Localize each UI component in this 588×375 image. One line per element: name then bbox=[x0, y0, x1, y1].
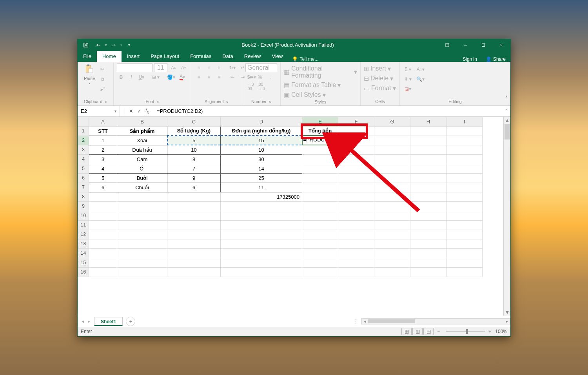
cancel-formula[interactable]: ✕ bbox=[129, 108, 133, 114]
redo-button[interactable] bbox=[108, 39, 120, 51]
cell-F12[interactable] bbox=[338, 230, 374, 239]
cell-G13[interactable] bbox=[374, 239, 410, 248]
formula-input[interactable]: =PRODUCT(C2:D2) bbox=[154, 108, 503, 114]
col-header-H[interactable]: H bbox=[410, 117, 446, 126]
col-header-D[interactable]: D bbox=[221, 117, 302, 126]
increase-font[interactable]: A▴ bbox=[169, 63, 178, 72]
orientation[interactable]: ↻▾ bbox=[228, 63, 237, 72]
sort-filter[interactable]: A↓▾ bbox=[415, 65, 426, 74]
font-size[interactable]: 11 bbox=[154, 63, 167, 72]
cell-C2[interactable]: 5 bbox=[167, 136, 221, 145]
row-header-11[interactable]: 11 bbox=[78, 220, 89, 230]
sheet-nav[interactable]: ◂▸ bbox=[78, 319, 94, 324]
format-as-table[interactable]: ▤ Format as Table ▾ bbox=[284, 82, 357, 89]
cell-B3[interactable]: Dưa hấu bbox=[117, 145, 167, 154]
worksheet-grid[interactable]: ABCDEFGHI1STTSản phẩmSố lượng (Kg)Đơn gi… bbox=[78, 117, 510, 316]
bold-button[interactable]: B bbox=[117, 73, 125, 82]
number-format[interactable]: General bbox=[245, 63, 277, 72]
cell-I16[interactable] bbox=[446, 267, 483, 277]
cell-B8[interactable] bbox=[117, 192, 167, 201]
sheet-tab-1[interactable]: Sheet1 bbox=[94, 317, 123, 326]
cell-H12[interactable] bbox=[410, 230, 446, 239]
fill-color-button[interactable]: 🪣▾ bbox=[166, 73, 176, 82]
cell-B16[interactable] bbox=[117, 267, 167, 277]
cell-D11[interactable] bbox=[221, 220, 302, 230]
page-break-view[interactable]: ▤ bbox=[423, 328, 434, 335]
cell-E16[interactable] bbox=[302, 267, 338, 277]
cell-G1[interactable] bbox=[374, 126, 410, 136]
row-header-5[interactable]: 5 bbox=[78, 164, 89, 173]
collapse-ribbon[interactable]: ˄ bbox=[505, 96, 508, 103]
cell-D15[interactable] bbox=[221, 258, 302, 267]
cell-H8[interactable] bbox=[410, 192, 446, 201]
comma-style[interactable]: , bbox=[266, 73, 274, 82]
cell-A4[interactable]: 3 bbox=[89, 154, 117, 164]
cell-H3[interactable] bbox=[410, 145, 446, 154]
cell-C14[interactable] bbox=[167, 248, 221, 258]
cell-H4[interactable] bbox=[410, 154, 446, 164]
row-header-1[interactable]: 1 bbox=[78, 126, 89, 136]
cell-G10[interactable] bbox=[374, 211, 410, 220]
cell-I6[interactable] bbox=[446, 173, 483, 183]
percent[interactable]: % bbox=[256, 73, 264, 82]
conditional-formatting[interactable]: ▦ Conditional Formatting ▾ bbox=[284, 65, 357, 79]
cell-G8[interactable] bbox=[374, 192, 410, 201]
tab-split-handle[interactable]: ⋮ bbox=[350, 319, 361, 324]
cell-I2[interactable] bbox=[446, 136, 483, 145]
decrease-font[interactable]: A▾ bbox=[179, 63, 188, 72]
clear-button[interactable]: ◪ ▾ bbox=[403, 85, 413, 93]
cell-A2[interactable]: 1 bbox=[89, 136, 117, 145]
cell-B4[interactable]: Cam bbox=[117, 154, 167, 164]
cell-H13[interactable] bbox=[410, 239, 446, 248]
cell-H15[interactable] bbox=[410, 258, 446, 267]
cell-D12[interactable] bbox=[221, 230, 302, 239]
cell-F4[interactable] bbox=[338, 154, 374, 164]
cell-A14[interactable] bbox=[89, 248, 117, 258]
cell-A15[interactable] bbox=[89, 258, 117, 267]
cell-A16[interactable] bbox=[89, 267, 117, 277]
cell-G9[interactable] bbox=[374, 201, 410, 211]
row-header-6[interactable]: 6 bbox=[78, 173, 89, 183]
ribbon-display-options[interactable] bbox=[438, 39, 456, 51]
cell-B1[interactable]: Sản phẩm bbox=[117, 126, 167, 136]
cell-A11[interactable] bbox=[89, 220, 117, 230]
tab-home[interactable]: Home bbox=[97, 51, 122, 62]
cell-C6[interactable]: 9 bbox=[167, 173, 221, 183]
col-header-G[interactable]: G bbox=[374, 117, 410, 126]
cell-H10[interactable] bbox=[410, 211, 446, 220]
zoom-out[interactable]: − bbox=[437, 329, 440, 334]
fill-button[interactable]: ⬇ ▾ bbox=[403, 75, 413, 83]
name-box[interactable]: E2▾ bbox=[78, 106, 120, 116]
expand-formula-bar[interactable]: ˅ bbox=[503, 108, 510, 114]
row-header-13[interactable]: 13 bbox=[78, 239, 89, 248]
cell-B12[interactable] bbox=[117, 230, 167, 239]
cell-A3[interactable]: 2 bbox=[89, 145, 117, 154]
cell-D8[interactable]: 17325000 bbox=[221, 192, 302, 201]
decrease-decimal[interactable]: .00→.0 bbox=[256, 82, 266, 91]
align-bottom[interactable]: ≡ bbox=[215, 63, 223, 72]
zoom-in[interactable]: + bbox=[488, 329, 491, 334]
fx-button[interactable]: fx bbox=[145, 107, 149, 114]
row-header-8[interactable]: 8 bbox=[78, 192, 89, 201]
col-header-F[interactable]: F bbox=[338, 117, 374, 126]
cell-D9[interactable] bbox=[221, 201, 302, 211]
cell-F15[interactable] bbox=[338, 258, 374, 267]
cell-D1[interactable]: Đơn giá (nghìn đồng/kg) bbox=[221, 126, 302, 136]
cell-A12[interactable] bbox=[89, 230, 117, 239]
cell-A5[interactable]: 4 bbox=[89, 164, 117, 173]
tab-page-layout[interactable]: Page Layout bbox=[145, 51, 185, 62]
cell-B6[interactable]: Bưởi bbox=[117, 173, 167, 183]
cell-E6[interactable] bbox=[302, 173, 338, 183]
cell-E13[interactable] bbox=[302, 239, 338, 248]
maximize-button[interactable] bbox=[474, 39, 492, 51]
cell-F13[interactable] bbox=[338, 239, 374, 248]
cell-G6[interactable] bbox=[374, 173, 410, 183]
cell-D4[interactable]: 30 bbox=[221, 154, 302, 164]
cell-I14[interactable] bbox=[446, 248, 483, 258]
undo-button[interactable] bbox=[93, 39, 104, 51]
align-left[interactable]: ≡ bbox=[194, 73, 203, 82]
cell-G11[interactable] bbox=[374, 220, 410, 230]
row-header-15[interactable]: 15 bbox=[78, 258, 89, 267]
font-color-button[interactable]: A▾ bbox=[178, 73, 187, 82]
col-header-B[interactable]: B bbox=[117, 117, 167, 126]
